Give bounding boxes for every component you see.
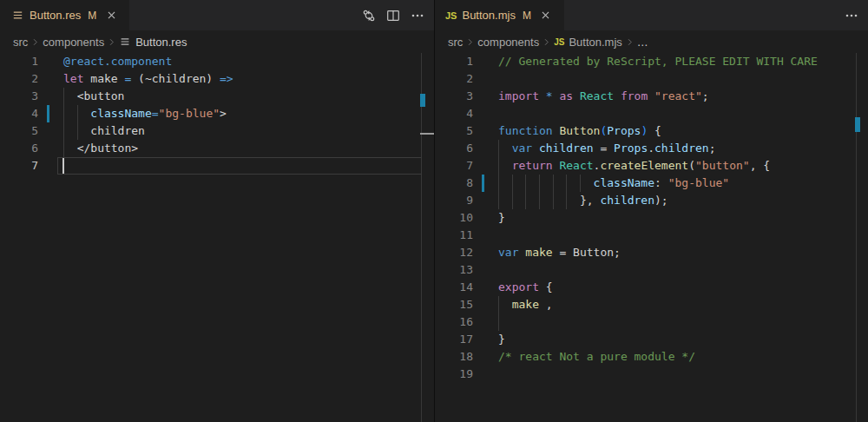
code-token: Props bbox=[614, 142, 648, 155]
more-actions-icon[interactable] bbox=[408, 5, 427, 26]
editor-left[interactable]: 1@react.component2let make = (~children)… bbox=[0, 53, 434, 422]
chevron-right-icon bbox=[30, 36, 41, 48]
close-icon[interactable] bbox=[102, 5, 121, 26]
code-line[interactable]: 18/* react Not a pure module */ bbox=[435, 348, 868, 366]
code-line[interactable]: 9 }, children); bbox=[435, 192, 868, 209]
code-line[interactable]: 5 children bbox=[0, 122, 434, 140]
line-number[interactable]: 16 bbox=[435, 313, 473, 331]
code-lines: 1@react.component2let make = (~children)… bbox=[0, 53, 434, 422]
code-line[interactable]: 10} bbox=[435, 209, 868, 227]
line-content: var children = Props.children; bbox=[473, 140, 868, 157]
code-token: ; bbox=[614, 246, 621, 259]
code-token: ); bbox=[654, 194, 668, 207]
split-editor-icon[interactable] bbox=[384, 5, 403, 26]
code-line[interactable]: 11 bbox=[435, 227, 868, 244]
line-number[interactable]: 17 bbox=[435, 331, 473, 348]
close-icon[interactable] bbox=[536, 5, 556, 26]
code-line[interactable]: 15 make , bbox=[435, 296, 868, 313]
line-number[interactable]: 15 bbox=[435, 296, 473, 313]
code-line[interactable]: 3import * as React from "react"; bbox=[435, 88, 868, 105]
code-line[interactable]: 3 <button bbox=[0, 88, 434, 105]
code-token: make bbox=[512, 298, 539, 311]
line-number[interactable]: 18 bbox=[435, 348, 473, 366]
line-content: } bbox=[473, 209, 868, 227]
line-number[interactable]: 3 bbox=[435, 88, 473, 105]
indent-guide bbox=[77, 122, 78, 140]
vscode-editor-window: Button.res M srccomponentsButton.res bbox=[0, 0, 868, 422]
line-number[interactable]: 3 bbox=[0, 88, 38, 105]
code-line[interactable]: 2 bbox=[435, 70, 868, 88]
line-number[interactable]: 2 bbox=[435, 70, 473, 88]
line-number[interactable]: 7 bbox=[435, 157, 473, 175]
line-number[interactable]: 6 bbox=[0, 140, 38, 157]
line-number[interactable]: 12 bbox=[435, 244, 473, 261]
code-line[interactable]: 16 bbox=[435, 313, 868, 331]
editor-actions-left bbox=[359, 0, 427, 30]
line-number[interactable]: 1 bbox=[0, 53, 38, 70]
open-changes-icon[interactable] bbox=[359, 5, 378, 26]
line-number[interactable]: 8 bbox=[435, 175, 473, 192]
code-token: import bbox=[498, 89, 539, 102]
tab-button-res[interactable]: Button.res M bbox=[0, 0, 129, 30]
line-content bbox=[473, 313, 868, 331]
code-line[interactable]: 1// Generated by ReScript, PLEASE EDIT W… bbox=[435, 53, 868, 70]
line-number[interactable]: 10 bbox=[435, 209, 473, 227]
code-line[interactable]: 14export { bbox=[435, 279, 868, 296]
code-token: children bbox=[63, 124, 145, 137]
code-line[interactable]: 5function Button(Props) { bbox=[435, 122, 868, 140]
line-number[interactable]: 7 bbox=[0, 157, 38, 175]
tab-button-mjs[interactable]: JS Button.mjs M bbox=[435, 0, 564, 30]
line-number[interactable]: 14 bbox=[435, 279, 473, 296]
line-number[interactable]: 19 bbox=[435, 366, 473, 383]
breadcrumb-item[interactable]: JSButton.mjs bbox=[554, 36, 622, 49]
code-token: let bbox=[63, 72, 83, 85]
line-number[interactable]: 11 bbox=[435, 227, 473, 244]
code-line[interactable]: 4 className="bg-blue"> bbox=[0, 105, 434, 122]
code-token: var bbox=[498, 246, 518, 259]
code-line[interactable]: 17} bbox=[435, 331, 868, 348]
code-token: = bbox=[553, 246, 573, 259]
editor-right[interactable]: 1// Generated by ReScript, PLEASE EDIT W… bbox=[435, 53, 868, 422]
overview-ruler[interactable] bbox=[856, 53, 857, 422]
code-line[interactable]: 7 bbox=[0, 157, 434, 175]
code-line[interactable]: 4 bbox=[435, 105, 868, 122]
code-token: = bbox=[594, 142, 614, 155]
code-token bbox=[573, 89, 580, 102]
code-token: createElement bbox=[600, 159, 688, 172]
gutter-modified-marker bbox=[47, 105, 49, 122]
breadcrumb: srccomponentsButton.res bbox=[0, 30, 434, 53]
code-line[interactable]: 6 </button> bbox=[0, 140, 434, 157]
code-line[interactable]: 2let make = (~children) => bbox=[0, 70, 434, 88]
ruler-modified-marker bbox=[855, 117, 860, 132]
line-number[interactable]: 5 bbox=[0, 122, 38, 140]
breadcrumb-item[interactable]: components bbox=[43, 36, 104, 49]
line-number[interactable]: 13 bbox=[435, 261, 473, 279]
code-line[interactable]: 19 bbox=[435, 366, 868, 383]
code-line[interactable]: 13 bbox=[435, 261, 868, 279]
code-token bbox=[498, 142, 512, 155]
line-number[interactable]: 1 bbox=[435, 53, 473, 70]
breadcrumb-item[interactable]: src bbox=[13, 36, 28, 49]
code-line[interactable]: 8 className: "bg-blue" bbox=[435, 175, 868, 192]
code-line[interactable]: 1@react.component bbox=[0, 53, 434, 70]
code-line[interactable]: 7 return React.createElement("button", { bbox=[435, 157, 868, 175]
js-icon: JS bbox=[554, 37, 564, 47]
code-line[interactable]: 6 var children = Props.children; bbox=[435, 140, 868, 157]
breadcrumb-item[interactable]: … bbox=[637, 36, 648, 49]
breadcrumb-item[interactable]: Button.res bbox=[119, 36, 187, 49]
more-actions-icon[interactable] bbox=[842, 5, 861, 26]
code-line[interactable]: 12var make = Button; bbox=[435, 244, 868, 261]
code-lines: 1// Generated by ReScript, PLEASE EDIT W… bbox=[435, 53, 868, 422]
overview-ruler[interactable] bbox=[421, 53, 422, 422]
line-number[interactable]: 5 bbox=[435, 122, 473, 140]
breadcrumb-item[interactable]: src bbox=[448, 36, 463, 49]
line-number[interactable]: 9 bbox=[435, 192, 473, 209]
line-number[interactable]: 2 bbox=[0, 70, 38, 88]
code-token: from bbox=[621, 89, 648, 102]
line-number[interactable]: 4 bbox=[435, 105, 473, 122]
line-number[interactable]: 4 bbox=[0, 105, 38, 122]
breadcrumb-item[interactable]: components bbox=[477, 36, 539, 49]
line-number[interactable]: 6 bbox=[435, 140, 473, 157]
code-token bbox=[614, 89, 621, 102]
breadcrumb-label: src bbox=[448, 36, 463, 49]
